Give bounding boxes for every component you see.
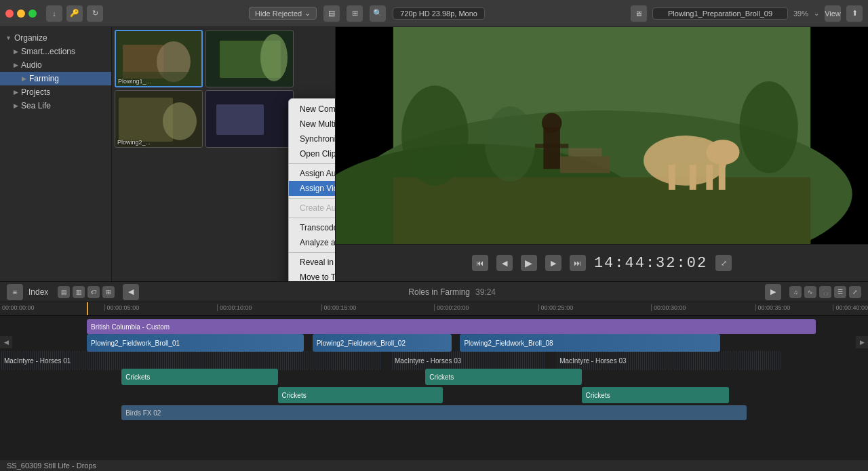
track-crickets-2: Crickets Crickets	[0, 386, 868, 404]
ctx-assign-video-roles[interactable]: Assign Video Roles ▶	[289, 181, 336, 196]
play-fwd-btn[interactable]: ⏭	[570, 255, 586, 271]
clip-crickets-1b[interactable]: Crickets	[425, 369, 581, 385]
separator-2	[289, 198, 336, 199]
clip-horses-01[interactable]: MacIntyre - Horses 01	[0, 351, 382, 370]
fullscreen-btn[interactable]: ⤢	[715, 255, 732, 271]
timeline-ruler: 00:00:00:00 00:00:05:00 00:00:10:00 00:0…	[0, 302, 868, 316]
search-btn[interactable]: 🔍	[370, 5, 386, 22]
sidebar-item-audio[interactable]: ▶ Audio	[0, 58, 111, 72]
svg-rect-26	[568, 148, 601, 156]
timeline-tracks: British Columbia - Custom ◀ Plowing2_Fie…	[0, 316, 868, 470]
clip-british-columbia[interactable]: British Columbia - Custom	[87, 319, 816, 334]
clip-thumb-4[interactable]	[205, 90, 294, 148]
ctx-sync-clips[interactable]: Synchronize Clips... ⌥⌘G	[289, 131, 336, 146]
step-back-btn[interactable]: ◀	[496, 255, 513, 271]
sidebar-item-smart[interactable]: ▶ Smart...ections	[0, 45, 111, 58]
clip-view-btn[interactable]: ▤	[58, 286, 70, 298]
arrow-icon: ▶	[14, 62, 18, 68]
svg-rect-24	[535, 144, 568, 148]
clip-thumb-2[interactable]	[205, 30, 294, 87]
track-audio-horses: MacIntyre - Horses 01 MacIntyre - Horses…	[0, 351, 868, 367]
clip-plowing-broll-08[interactable]: Plowing2_Fieldwork_Broll_08	[460, 334, 720, 352]
tag-btn[interactable]: 🏷	[87, 286, 100, 298]
clip-crickets-2a[interactable]: Crickets	[278, 387, 443, 403]
separator-4	[289, 252, 336, 253]
clip-plowing-broll-02[interactable]: Plowing2_Fieldwork_Broll_02	[313, 334, 452, 352]
bottom-status: SS_60309 Still Life - Drops	[0, 459, 868, 471]
sidebar-item-sea-life[interactable]: ▶ Sea Life	[0, 99, 111, 112]
timeline-info: Roles in Farming 39:24	[144, 287, 760, 297]
svg-point-21	[706, 140, 739, 165]
step-fwd-btn[interactable]: ▶	[545, 255, 561, 271]
track-video: ◀ Plowing2_Fieldwork_Broll_01 Plowing2_F…	[0, 334, 868, 350]
play-btn[interactable]: ▶	[521, 255, 537, 271]
zoom-btn[interactable]: ⊞	[347, 5, 363, 22]
ctx-open-clip[interactable]: Open Clip	[289, 146, 336, 161]
sync-button[interactable]: ↻	[87, 5, 103, 22]
preview-area: ⏮ ◀ ▶ ▶ ⏭ 14:44:32:02 ⤢	[336, 27, 868, 281]
close-button[interactable]	[5, 9, 14, 18]
clip-thumb-label-1: Plowing1_...	[118, 78, 151, 85]
arrow-icon: ▶	[14, 102, 18, 109]
chevron-down-icon: ⌄	[304, 9, 311, 18]
waveform2-btn[interactable]: ∿	[804, 286, 816, 298]
main-layout: ▼ Organize ▶ Smart...ections ▶ Audio ▶ F…	[0, 27, 868, 471]
sidebar-item-projects[interactable]: ▶ Projects	[0, 85, 111, 99]
nav-back-btn[interactable]: ◀	[123, 284, 139, 300]
headphone-btn[interactable]: 🎧	[819, 286, 831, 298]
clip-plowing-broll-01[interactable]: Plowing2_Fieldwork_Broll_01	[87, 334, 304, 352]
clip-horses-03a[interactable]: MacIntyre - Horses 03	[391, 351, 547, 370]
minimize-button[interactable]	[17, 9, 25, 18]
sidebar-item-farming[interactable]: ▶ Farming	[0, 72, 111, 85]
ctx-create-audition[interactable]: Create Audition ⌘Y	[289, 201, 336, 216]
arrow-icon: ▶	[22, 75, 26, 82]
traffic-lights	[5, 9, 37, 18]
clip-crickets-1a[interactable]: Crickets	[121, 369, 277, 385]
ctx-reveal-finder[interactable]: Reveal in Finder ⇧⌘R	[289, 255, 336, 270]
hide-rejected-btn[interactable]: Hide Rejected ⌄	[249, 7, 317, 20]
expand-btn[interactable]: ⤢	[849, 286, 861, 298]
index-btn[interactable]: ≡	[7, 284, 23, 300]
ctx-analyze[interactable]: Analyze and Fix...	[289, 235, 336, 250]
svg-point-23	[542, 113, 562, 134]
clip-name-display: Plowing1_Preparation_Broll_09	[652, 7, 788, 20]
arrow-icon: ▶	[14, 89, 18, 96]
track-title: British Columbia - Custom	[0, 317, 868, 333]
chevron-down-icon[interactable]: ⌄	[814, 9, 819, 17]
ctx-assign-audio-roles[interactable]: Assign Audio Roles ▶	[289, 166, 336, 181]
monitor-btn[interactable]: 🖥	[631, 5, 647, 22]
maximize-button[interactable]	[28, 9, 37, 18]
nav-fwd-btn[interactable]: ▶	[765, 284, 781, 300]
ctx-transcode[interactable]: Transcode Media...	[289, 220, 336, 235]
view-btn[interactable]: View	[825, 5, 841, 22]
share-btn[interactable]: ⬆	[846, 5, 863, 22]
clip-horses-03b[interactable]: MacIntyre - Horses 03	[555, 351, 781, 370]
key-button[interactable]: 🔑	[66, 5, 83, 22]
timeline-area: ≡ Index ▤ ▥ 🏷 ⊞ ◀ Roles in Farming 39:24…	[0, 281, 868, 471]
ctx-new-multicam[interactable]: New Multicam Clip...	[289, 117, 336, 131]
audio-btn[interactable]: ♫	[789, 286, 802, 298]
ctx-move-trash[interactable]: Move to Trash ⌘⌫	[289, 270, 336, 281]
svg-rect-17	[669, 165, 675, 190]
toolbar-right: 🖥 Plowing1_Preparation_Broll_09 39% ⌄ Vi…	[631, 5, 863, 22]
grid-btn[interactable]: ⊞	[102, 286, 115, 298]
clip-thumb-3[interactable]: Plowing2_...	[115, 90, 203, 148]
track-birds-fx: Birds FX 02	[0, 405, 868, 421]
timecode-display: 14:44:32:02	[594, 255, 707, 272]
clip-thumbnail-4	[206, 91, 294, 148]
sidebar-item-organize[interactable]: ▼ Organize	[0, 31, 111, 45]
separator-3	[289, 218, 336, 218]
clip-thumb-1[interactable]: Plowing1_...	[115, 30, 203, 87]
play-back-btn[interactable]: ⏮	[472, 255, 488, 271]
clip-birds-fx[interactable]: Birds FX 02	[121, 405, 747, 420]
sidebar: ▼ Organize ▶ Smart...ections ▶ Audio ▶ F…	[0, 27, 112, 281]
track-crickets-1: Crickets Crickets	[0, 368, 868, 386]
context-menu: New Compound Clip... ⌥G New Multicam Cli…	[288, 98, 336, 281]
stacked-btn[interactable]: ☰	[834, 286, 846, 298]
ctx-new-compound[interactable]: New Compound Clip... ⌥G	[289, 102, 336, 117]
import-button[interactable]: ↓	[46, 5, 62, 22]
clip-crickets-2b[interactable]: Crickets	[582, 387, 730, 403]
clip-appearance-btn[interactable]: ▤	[323, 5, 340, 22]
svg-point-9	[163, 102, 197, 140]
waveform-btn[interactable]: ▥	[73, 286, 85, 298]
